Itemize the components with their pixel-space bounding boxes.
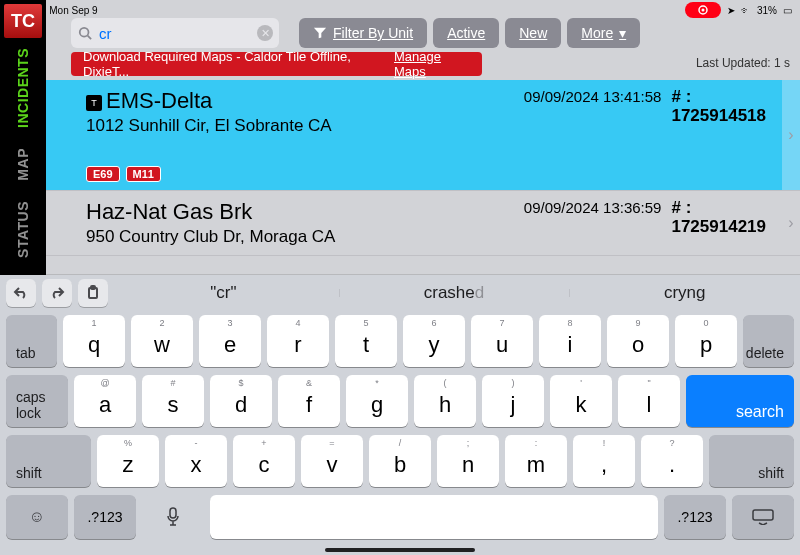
- sidebar: TC INCIDENTS MAP STATUS: [0, 0, 46, 275]
- key-hide-keyboard[interactable]: [732, 495, 794, 539]
- search-input[interactable]: [99, 25, 271, 42]
- key-shift-left[interactable]: shift: [6, 435, 91, 487]
- key-k[interactable]: 'k: [550, 375, 612, 427]
- filter-by-unit-button[interactable]: Filter By Unit: [299, 18, 427, 48]
- alert-text: Download Required Maps - Caldor Tile Off…: [83, 49, 376, 79]
- key-g[interactable]: *g: [346, 375, 408, 427]
- key-b[interactable]: /b: [369, 435, 431, 487]
- new-button[interactable]: New: [505, 18, 561, 48]
- svg-rect-7: [753, 510, 773, 520]
- chevron-right-icon[interactable]: ›: [782, 203, 800, 243]
- key-e[interactable]: 3e: [199, 315, 261, 367]
- key-delete[interactable]: delete: [743, 315, 794, 367]
- redo-button[interactable]: [42, 279, 72, 307]
- key-symbols-left[interactable]: .?123: [74, 495, 136, 539]
- chevron-right-icon[interactable]: ›: [782, 80, 800, 190]
- incident-timestamp: 09/09/2024 13:41:58: [524, 88, 662, 125]
- sidebar-tab-status[interactable]: STATUS: [15, 191, 31, 268]
- key-j[interactable]: )j: [482, 375, 544, 427]
- unit-tag[interactable]: M11: [126, 166, 161, 182]
- key-w[interactable]: 2w: [131, 315, 193, 367]
- suggestion[interactable]: "cr": [108, 283, 339, 303]
- key-,[interactable]: !,: [573, 435, 635, 487]
- key-o[interactable]: 9o: [607, 315, 669, 367]
- key-a[interactable]: @a: [74, 375, 136, 427]
- search-field[interactable]: ✕: [71, 18, 279, 48]
- key-c[interactable]: +c: [233, 435, 295, 487]
- key-shift-right[interactable]: shift: [709, 435, 794, 487]
- sidebar-tab-incidents[interactable]: INCIDENTS: [15, 38, 31, 138]
- app-logo[interactable]: TC: [4, 4, 42, 38]
- key-tab[interactable]: tab: [6, 315, 57, 367]
- key-y[interactable]: 6y: [403, 315, 465, 367]
- incident-number: # :1725914518: [671, 88, 766, 125]
- incident-number: # :1725914219: [671, 199, 766, 236]
- key-r[interactable]: 4r: [267, 315, 329, 367]
- suggestion[interactable]: crashed: [339, 283, 570, 303]
- incident-type-icon: T: [86, 95, 102, 111]
- keyboard-icon: [752, 509, 774, 525]
- suggestion-bar: "cr" crashed cryng: [108, 283, 800, 303]
- key-n[interactable]: ;n: [437, 435, 499, 487]
- keyboard-toolbar: "cr" crashed cryng: [0, 275, 800, 311]
- key-q[interactable]: 1q: [63, 315, 125, 367]
- incident-timestamp: 09/09/2024 13:36:59: [524, 199, 662, 236]
- alert-banner[interactable]: Download Required Maps - Caldor Tile Off…: [71, 52, 482, 76]
- incident-title: Haz-Nat Gas Brk: [86, 199, 252, 225]
- key-f[interactable]: &f: [278, 375, 340, 427]
- more-button[interactable]: More▾: [567, 18, 640, 48]
- key-u[interactable]: 7u: [471, 315, 533, 367]
- key-x[interactable]: -x: [165, 435, 227, 487]
- sidebar-tab-map[interactable]: MAP: [15, 138, 31, 191]
- key-symbols-right[interactable]: .?123: [664, 495, 726, 539]
- key-dictation[interactable]: [142, 495, 204, 539]
- incident-list: T EMS-Delta 1012 Sunhill Cir, El Sobrant…: [46, 80, 800, 275]
- last-updated: Last Updated: 1 s: [696, 56, 790, 70]
- svg-point-2: [80, 28, 89, 37]
- incident-row[interactable]: T EMS-Delta 1012 Sunhill Cir, El Sobrant…: [46, 80, 800, 191]
- home-indicator[interactable]: [325, 548, 475, 552]
- incident-title: EMS-Delta: [106, 88, 212, 114]
- svg-line-3: [88, 36, 92, 40]
- funnel-icon: [313, 26, 327, 40]
- key-s[interactable]: #s: [142, 375, 204, 427]
- active-button[interactable]: Active: [433, 18, 499, 48]
- key-capslock[interactable]: caps lock: [6, 375, 68, 427]
- clear-search-icon[interactable]: ✕: [257, 25, 273, 41]
- key-t[interactable]: 5t: [335, 315, 397, 367]
- key-i[interactable]: 8i: [539, 315, 601, 367]
- undo-button[interactable]: [6, 279, 36, 307]
- key-m[interactable]: :m: [505, 435, 567, 487]
- key-search[interactable]: search: [686, 375, 794, 427]
- key-emoji[interactable]: ☺: [6, 495, 68, 539]
- key-h[interactable]: (h: [414, 375, 476, 427]
- chevron-down-icon: ▾: [619, 25, 626, 41]
- key-z[interactable]: %z: [97, 435, 159, 487]
- manage-maps-link[interactable]: Manage Maps: [394, 49, 470, 79]
- suggestion[interactable]: cryng: [569, 283, 800, 303]
- key-.[interactable]: ?.: [641, 435, 703, 487]
- key-d[interactable]: $d: [210, 375, 272, 427]
- clipboard-button[interactable]: [78, 279, 108, 307]
- mic-icon: [165, 507, 181, 527]
- search-icon: [78, 26, 92, 40]
- incident-row[interactable]: Haz-Nat Gas Brk 950 Country Club Dr, Mor…: [46, 191, 800, 256]
- filter-label: Filter By Unit: [333, 25, 413, 41]
- unit-tag[interactable]: E69: [86, 166, 120, 182]
- key-p[interactable]: 0p: [675, 315, 737, 367]
- key-space[interactable]: [210, 495, 658, 539]
- svg-rect-6: [170, 508, 176, 518]
- key-v[interactable]: =v: [301, 435, 363, 487]
- onscreen-keyboard: "cr" crashed cryng tab 1q2w3e4r5t6y7u8i9…: [0, 275, 800, 555]
- header: ✕ Filter By Unit Active New More▾: [46, 0, 800, 54]
- unit-tags: E69 M11: [86, 166, 766, 182]
- key-l[interactable]: "l: [618, 375, 680, 427]
